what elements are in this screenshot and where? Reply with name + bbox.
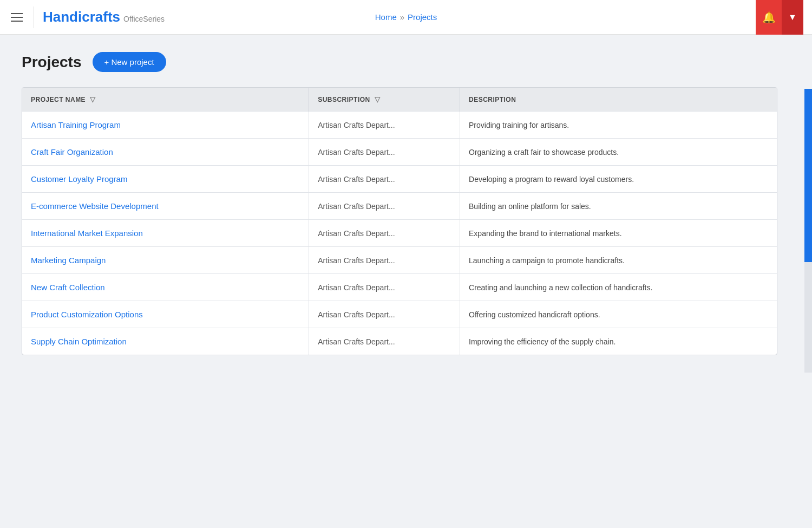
scrollbar-track[interactable] bbox=[804, 89, 812, 373]
subscription-text: Artisan Crafts Depart... bbox=[318, 256, 395, 265]
filter-icon-project[interactable]: ▽ bbox=[90, 95, 95, 103]
project-name-cell: Product Customization Options bbox=[22, 301, 309, 328]
description-text: Building an online platform for sales. bbox=[469, 202, 591, 211]
table-row: Artisan Training ProgramArtisan Crafts D… bbox=[22, 112, 777, 139]
col-label-project-name: PROJECT NAME bbox=[31, 96, 86, 103]
chevron-down-icon: ▼ bbox=[788, 12, 797, 22]
table-row: Supply Chain OptimizationArtisan Crafts … bbox=[22, 328, 777, 355]
subscription-text: Artisan Crafts Depart... bbox=[318, 337, 395, 346]
subscription-text: Artisan Crafts Depart... bbox=[318, 310, 395, 319]
col-label-subscription: SUBSCRIPTION bbox=[318, 96, 370, 103]
table-header-row: PROJECT NAME ▽ SUBSCRIPTION ▽ DESCRIPTIO… bbox=[22, 88, 777, 112]
project-name-link[interactable]: Craft Fair Organization bbox=[31, 147, 113, 157]
scrollbar-thumb[interactable] bbox=[804, 89, 812, 262]
project-name-link[interactable]: Customer Loyalty Program bbox=[31, 174, 127, 184]
notification-button[interactable]: 🔔 bbox=[756, 0, 782, 35]
project-name-cell: E-commerce Website Development bbox=[22, 193, 309, 220]
subscription-cell: Artisan Crafts Depart... bbox=[309, 112, 460, 139]
project-name-link[interactable]: Supply Chain Optimization bbox=[31, 337, 127, 346]
header-right: 🔔 ▼ bbox=[756, 0, 803, 35]
subscription-text: Artisan Crafts Depart... bbox=[318, 148, 395, 157]
brand: Handicrafts OfficeSeries bbox=[43, 9, 165, 25]
header-divider bbox=[34, 6, 34, 28]
table-row: International Market ExpansionArtisan Cr… bbox=[22, 220, 777, 247]
projects-table-wrapper: PROJECT NAME ▽ SUBSCRIPTION ▽ DESCRIPTIO… bbox=[22, 87, 777, 355]
brand-series: OfficeSeries bbox=[123, 15, 165, 23]
description-text: Expanding the brand to international mar… bbox=[469, 229, 622, 238]
projects-table: PROJECT NAME ▽ SUBSCRIPTION ▽ DESCRIPTIO… bbox=[22, 88, 777, 355]
description-text: Improving the efficiency of the supply c… bbox=[469, 337, 615, 346]
description-cell: Building an online platform for sales. bbox=[460, 193, 777, 220]
header-left: Handicrafts OfficeSeries bbox=[9, 6, 165, 28]
project-name-cell: Craft Fair Organization bbox=[22, 139, 309, 166]
description-text: Offering customized handicraft options. bbox=[469, 310, 600, 319]
subscription-text: Artisan Crafts Depart... bbox=[318, 121, 395, 129]
page-header: Projects + New project bbox=[22, 52, 790, 72]
breadcrumb-separator: » bbox=[400, 12, 404, 22]
description-cell: Launching a campaign to promote handicra… bbox=[460, 247, 777, 274]
subscription-cell: Artisan Crafts Depart... bbox=[309, 139, 460, 166]
project-name-cell: Marketing Campaign bbox=[22, 247, 309, 274]
project-name-cell: International Market Expansion bbox=[22, 220, 309, 247]
project-name-link[interactable]: New Craft Collection bbox=[31, 283, 105, 292]
subscription-cell: Artisan Crafts Depart... bbox=[309, 328, 460, 355]
subscription-text: Artisan Crafts Depart... bbox=[318, 283, 395, 292]
table-row: E-commerce Website DevelopmentArtisan Cr… bbox=[22, 193, 777, 220]
subscription-cell: Artisan Crafts Depart... bbox=[309, 193, 460, 220]
col-label-description: DESCRIPTION bbox=[469, 96, 516, 103]
project-name-link[interactable]: Product Customization Options bbox=[31, 310, 143, 319]
hamburger-menu[interactable] bbox=[9, 11, 25, 24]
table-row: New Craft CollectionArtisan Crafts Depar… bbox=[22, 274, 777, 301]
project-name-link[interactable]: Marketing Campaign bbox=[31, 256, 106, 265]
subscription-cell: Artisan Crafts Depart... bbox=[309, 220, 460, 247]
breadcrumb-home-link[interactable]: Home bbox=[375, 12, 397, 22]
table-row: Customer Loyalty ProgramArtisan Crafts D… bbox=[22, 166, 777, 193]
description-cell: Providing training for artisans. bbox=[460, 112, 777, 139]
page-title: Projects bbox=[22, 54, 82, 71]
subscription-text: Artisan Crafts Depart... bbox=[318, 229, 395, 238]
table-row: Craft Fair OrganizationArtisan Crafts De… bbox=[22, 139, 777, 166]
project-name-cell: Supply Chain Optimization bbox=[22, 328, 309, 355]
subscription-text: Artisan Crafts Depart... bbox=[318, 202, 395, 211]
col-header-subscription: SUBSCRIPTION ▽ bbox=[309, 88, 460, 112]
description-cell: Organizing a craft fair to showcase prod… bbox=[460, 139, 777, 166]
subscription-cell: Artisan Crafts Depart... bbox=[309, 274, 460, 301]
subscription-cell: Artisan Crafts Depart... bbox=[309, 247, 460, 274]
filter-icon-subscription[interactable]: ▽ bbox=[375, 95, 380, 103]
table-row: Product Customization OptionsArtisan Cra… bbox=[22, 301, 777, 328]
project-name-link[interactable]: E-commerce Website Development bbox=[31, 201, 159, 211]
description-cell: Creating and launching a new collection … bbox=[460, 274, 777, 301]
col-header-description: DESCRIPTION bbox=[460, 88, 777, 112]
description-text: Launching a campaign to promote handicra… bbox=[469, 256, 625, 265]
description-cell: Expanding the brand to international mar… bbox=[460, 220, 777, 247]
project-name-cell: Customer Loyalty Program bbox=[22, 166, 309, 193]
subscription-cell: Artisan Crafts Depart... bbox=[309, 301, 460, 328]
description-text: Developing a program to reward loyal cus… bbox=[469, 175, 634, 184]
subscription-text: Artisan Crafts Depart... bbox=[318, 175, 395, 184]
col-header-project-name: PROJECT NAME ▽ bbox=[22, 88, 309, 112]
project-name-cell: Artisan Training Program bbox=[22, 112, 309, 139]
table-row: Marketing CampaignArtisan Crafts Depart.… bbox=[22, 247, 777, 274]
description-text: Creating and launching a new collection … bbox=[469, 283, 652, 292]
bell-icon: 🔔 bbox=[762, 11, 776, 24]
description-cell: Offering customized handicraft options. bbox=[460, 301, 777, 328]
app-header: Handicrafts OfficeSeries Home » Projects… bbox=[0, 0, 812, 35]
brand-name: Handicrafts bbox=[43, 9, 120, 25]
description-cell: Developing a program to reward loyal cus… bbox=[460, 166, 777, 193]
project-name-cell: New Craft Collection bbox=[22, 274, 309, 301]
subscription-cell: Artisan Crafts Depart... bbox=[309, 166, 460, 193]
user-dropdown-button[interactable]: ▼ bbox=[782, 0, 803, 35]
project-name-link[interactable]: Artisan Training Program bbox=[31, 120, 121, 129]
new-project-button[interactable]: + New project bbox=[93, 52, 166, 72]
project-name-link[interactable]: International Market Expansion bbox=[31, 229, 143, 238]
description-text: Organizing a craft fair to showcase prod… bbox=[469, 148, 619, 157]
description-text: Providing training for artisans. bbox=[469, 121, 569, 129]
description-cell: Improving the efficiency of the supply c… bbox=[460, 328, 777, 355]
main-content: Projects + New project PROJECT NAME ▽ SU… bbox=[0, 35, 812, 373]
breadcrumb: Home » Projects bbox=[375, 12, 437, 22]
breadcrumb-current[interactable]: Projects bbox=[408, 12, 437, 22]
